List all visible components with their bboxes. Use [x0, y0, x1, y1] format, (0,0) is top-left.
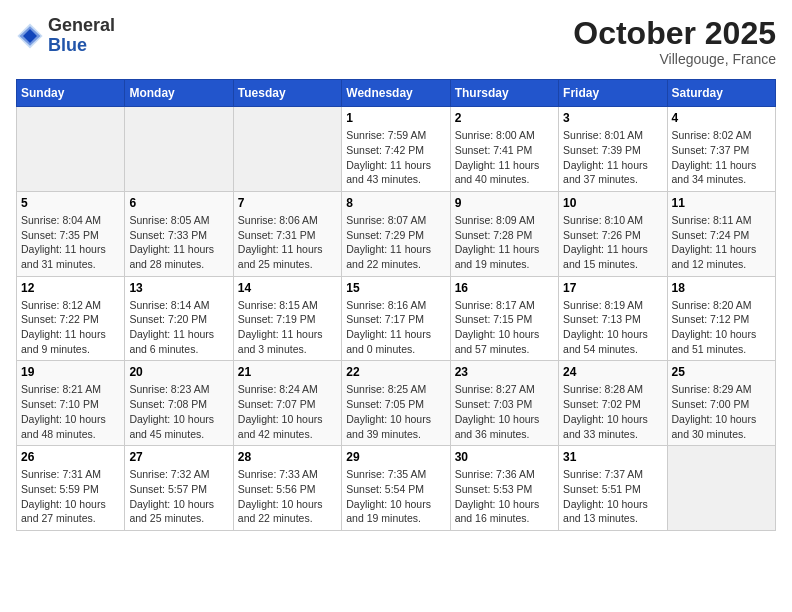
- day-number: 29: [346, 450, 445, 464]
- header-cell-tuesday: Tuesday: [233, 80, 341, 107]
- calendar-header: SundayMondayTuesdayWednesdayThursdayFrid…: [17, 80, 776, 107]
- day-cell: 29Sunrise: 7:35 AMSunset: 5:54 PMDayligh…: [342, 446, 450, 531]
- day-cell: 2Sunrise: 8:00 AMSunset: 7:41 PMDaylight…: [450, 107, 558, 192]
- day-number: 9: [455, 196, 554, 210]
- day-info: Sunrise: 8:09 AMSunset: 7:28 PMDaylight:…: [455, 213, 554, 272]
- day-info: Sunrise: 8:28 AMSunset: 7:02 PMDaylight:…: [563, 382, 662, 441]
- header-cell-monday: Monday: [125, 80, 233, 107]
- day-cell: 24Sunrise: 8:28 AMSunset: 7:02 PMDayligh…: [559, 361, 667, 446]
- day-cell: 15Sunrise: 8:16 AMSunset: 7:17 PMDayligh…: [342, 276, 450, 361]
- day-info: Sunrise: 8:07 AMSunset: 7:29 PMDaylight:…: [346, 213, 445, 272]
- day-info: Sunrise: 8:21 AMSunset: 7:10 PMDaylight:…: [21, 382, 120, 441]
- month-title: October 2025: [573, 16, 776, 51]
- week-row-3: 12Sunrise: 8:12 AMSunset: 7:22 PMDayligh…: [17, 276, 776, 361]
- logo-blue: Blue: [48, 35, 87, 55]
- header-row: SundayMondayTuesdayWednesdayThursdayFrid…: [17, 80, 776, 107]
- day-cell: 25Sunrise: 8:29 AMSunset: 7:00 PMDayligh…: [667, 361, 775, 446]
- day-number: 17: [563, 281, 662, 295]
- day-number: 28: [238, 450, 337, 464]
- day-number: 27: [129, 450, 228, 464]
- day-number: 12: [21, 281, 120, 295]
- day-info: Sunrise: 7:32 AMSunset: 5:57 PMDaylight:…: [129, 467, 228, 526]
- day-info: Sunrise: 8:04 AMSunset: 7:35 PMDaylight:…: [21, 213, 120, 272]
- day-number: 11: [672, 196, 771, 210]
- day-cell: 3Sunrise: 8:01 AMSunset: 7:39 PMDaylight…: [559, 107, 667, 192]
- day-info: Sunrise: 8:17 AMSunset: 7:15 PMDaylight:…: [455, 298, 554, 357]
- logo-text: General Blue: [48, 16, 115, 56]
- day-cell: 26Sunrise: 7:31 AMSunset: 5:59 PMDayligh…: [17, 446, 125, 531]
- day-info: Sunrise: 8:25 AMSunset: 7:05 PMDaylight:…: [346, 382, 445, 441]
- day-info: Sunrise: 8:23 AMSunset: 7:08 PMDaylight:…: [129, 382, 228, 441]
- day-info: Sunrise: 8:14 AMSunset: 7:20 PMDaylight:…: [129, 298, 228, 357]
- day-number: 31: [563, 450, 662, 464]
- header-cell-wednesday: Wednesday: [342, 80, 450, 107]
- day-number: 2: [455, 111, 554, 125]
- week-row-5: 26Sunrise: 7:31 AMSunset: 5:59 PMDayligh…: [17, 446, 776, 531]
- day-cell: 31Sunrise: 7:37 AMSunset: 5:51 PMDayligh…: [559, 446, 667, 531]
- day-cell: 4Sunrise: 8:02 AMSunset: 7:37 PMDaylight…: [667, 107, 775, 192]
- day-info: Sunrise: 7:31 AMSunset: 5:59 PMDaylight:…: [21, 467, 120, 526]
- day-cell: 1Sunrise: 7:59 AMSunset: 7:42 PMDaylight…: [342, 107, 450, 192]
- day-info: Sunrise: 8:02 AMSunset: 7:37 PMDaylight:…: [672, 128, 771, 187]
- day-info: Sunrise: 8:20 AMSunset: 7:12 PMDaylight:…: [672, 298, 771, 357]
- day-info: Sunrise: 8:00 AMSunset: 7:41 PMDaylight:…: [455, 128, 554, 187]
- day-info: Sunrise: 8:19 AMSunset: 7:13 PMDaylight:…: [563, 298, 662, 357]
- calendar-body: 1Sunrise: 7:59 AMSunset: 7:42 PMDaylight…: [17, 107, 776, 531]
- day-cell: 9Sunrise: 8:09 AMSunset: 7:28 PMDaylight…: [450, 191, 558, 276]
- day-info: Sunrise: 8:11 AMSunset: 7:24 PMDaylight:…: [672, 213, 771, 272]
- day-number: 15: [346, 281, 445, 295]
- header-cell-sunday: Sunday: [17, 80, 125, 107]
- day-cell: 23Sunrise: 8:27 AMSunset: 7:03 PMDayligh…: [450, 361, 558, 446]
- day-number: 18: [672, 281, 771, 295]
- day-number: 7: [238, 196, 337, 210]
- day-info: Sunrise: 7:36 AMSunset: 5:53 PMDaylight:…: [455, 467, 554, 526]
- week-row-1: 1Sunrise: 7:59 AMSunset: 7:42 PMDaylight…: [17, 107, 776, 192]
- location: Villegouge, France: [573, 51, 776, 67]
- day-cell: 20Sunrise: 8:23 AMSunset: 7:08 PMDayligh…: [125, 361, 233, 446]
- header-cell-thursday: Thursday: [450, 80, 558, 107]
- day-info: Sunrise: 8:15 AMSunset: 7:19 PMDaylight:…: [238, 298, 337, 357]
- day-number: 23: [455, 365, 554, 379]
- day-number: 6: [129, 196, 228, 210]
- day-number: 3: [563, 111, 662, 125]
- day-info: Sunrise: 8:05 AMSunset: 7:33 PMDaylight:…: [129, 213, 228, 272]
- day-info: Sunrise: 7:59 AMSunset: 7:42 PMDaylight:…: [346, 128, 445, 187]
- day-cell: 12Sunrise: 8:12 AMSunset: 7:22 PMDayligh…: [17, 276, 125, 361]
- day-number: 8: [346, 196, 445, 210]
- logo-icon: [16, 22, 44, 50]
- day-number: 30: [455, 450, 554, 464]
- day-cell: [233, 107, 341, 192]
- title-block: October 2025 Villegouge, France: [573, 16, 776, 67]
- page-header: General Blue October 2025 Villegouge, Fr…: [16, 16, 776, 67]
- day-cell: 28Sunrise: 7:33 AMSunset: 5:56 PMDayligh…: [233, 446, 341, 531]
- week-row-2: 5Sunrise: 8:04 AMSunset: 7:35 PMDaylight…: [17, 191, 776, 276]
- day-info: Sunrise: 7:35 AMSunset: 5:54 PMDaylight:…: [346, 467, 445, 526]
- day-cell: 27Sunrise: 7:32 AMSunset: 5:57 PMDayligh…: [125, 446, 233, 531]
- day-number: 1: [346, 111, 445, 125]
- day-info: Sunrise: 8:12 AMSunset: 7:22 PMDaylight:…: [21, 298, 120, 357]
- day-number: 10: [563, 196, 662, 210]
- logo-general: General: [48, 15, 115, 35]
- day-number: 14: [238, 281, 337, 295]
- day-info: Sunrise: 8:01 AMSunset: 7:39 PMDaylight:…: [563, 128, 662, 187]
- day-number: 21: [238, 365, 337, 379]
- day-cell: 13Sunrise: 8:14 AMSunset: 7:20 PMDayligh…: [125, 276, 233, 361]
- day-cell: 30Sunrise: 7:36 AMSunset: 5:53 PMDayligh…: [450, 446, 558, 531]
- day-number: 24: [563, 365, 662, 379]
- day-cell: 11Sunrise: 8:11 AMSunset: 7:24 PMDayligh…: [667, 191, 775, 276]
- day-number: 16: [455, 281, 554, 295]
- day-cell: [17, 107, 125, 192]
- day-number: 26: [21, 450, 120, 464]
- day-cell: 7Sunrise: 8:06 AMSunset: 7:31 PMDaylight…: [233, 191, 341, 276]
- day-cell: 10Sunrise: 8:10 AMSunset: 7:26 PMDayligh…: [559, 191, 667, 276]
- day-info: Sunrise: 7:33 AMSunset: 5:56 PMDaylight:…: [238, 467, 337, 526]
- day-info: Sunrise: 7:37 AMSunset: 5:51 PMDaylight:…: [563, 467, 662, 526]
- day-cell: 22Sunrise: 8:25 AMSunset: 7:05 PMDayligh…: [342, 361, 450, 446]
- day-number: 4: [672, 111, 771, 125]
- day-cell: 8Sunrise: 8:07 AMSunset: 7:29 PMDaylight…: [342, 191, 450, 276]
- logo: General Blue: [16, 16, 115, 56]
- day-number: 22: [346, 365, 445, 379]
- day-cell: 14Sunrise: 8:15 AMSunset: 7:19 PMDayligh…: [233, 276, 341, 361]
- day-number: 19: [21, 365, 120, 379]
- day-cell: 5Sunrise: 8:04 AMSunset: 7:35 PMDaylight…: [17, 191, 125, 276]
